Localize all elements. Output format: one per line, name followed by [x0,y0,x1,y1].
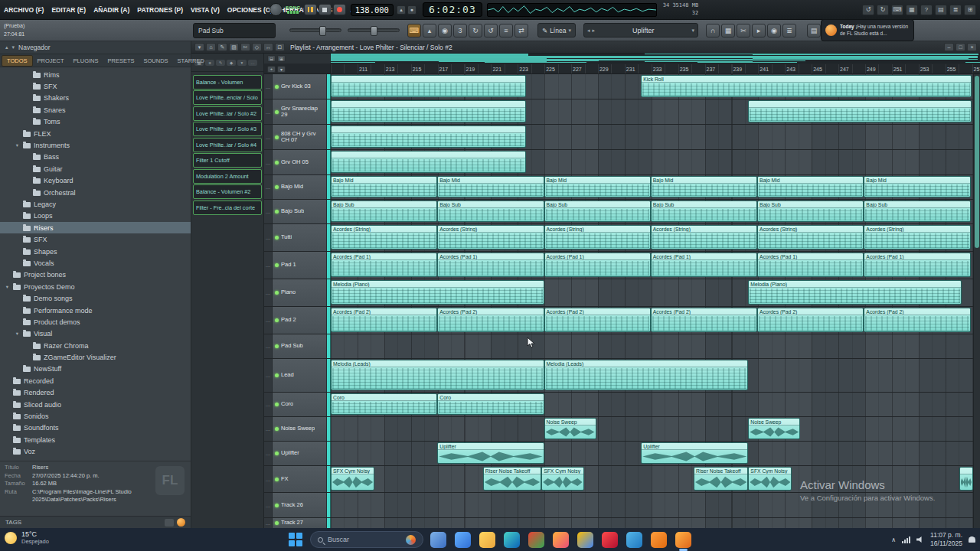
playback-marker-icon[interactable]: ▸ [752,24,766,37]
clip-bajo-mid[interactable]: Bajo Mid [757,176,864,197]
track-led[interactable] [275,344,279,348]
track-lane[interactable]: Acordes (Pad 1)Acordes (Pad 1)Acordes (P… [331,252,973,279]
widgets-icon[interactable] [455,532,471,548]
tree-item-snares[interactable]: Snares [0,104,191,116]
clip-acordes-pad-1[interactable]: Acordes (Pad 1) [651,253,757,277]
track-options-icon[interactable]: … [264,74,273,99]
clip-pattern[interactable] [331,151,526,173]
track-header[interactable]: Track 26 [273,493,327,517]
track-lane[interactable] [331,125,973,149]
clip-acordes-pad-1[interactable]: Acordes (Pad 1) [757,253,864,277]
song-mode-switch[interactable]: SONG [286,5,301,14]
tree-item-toms[interactable]: Toms [0,116,191,128]
track-led[interactable] [275,291,279,295]
clip-acordes-pad-2[interactable]: Acordes (Pad 2) [757,308,864,332]
track-options-icon[interactable]: … [264,334,273,358]
precount-icon[interactable]: ● [407,5,416,15]
picker-item-filter-1-cutoff[interactable]: Filter 1 Cutoff [193,153,262,168]
track-options-icon[interactable]: … [264,417,273,441]
picker-item-balance-volumen[interactable]: Balance - Volumen [193,75,262,90]
tree-item-rims[interactable]: Rims [0,69,191,80]
tempo-display[interactable]: 138.000 [351,4,394,16]
channel-rack-icon[interactable]: ▤ [935,5,947,15]
track-options-icon[interactable]: … [264,200,273,223]
metronome-icon[interactable]: ▴ [397,5,406,15]
clip-bajo-mid[interactable]: Bajo Mid [864,176,970,197]
clip-uplifter[interactable]: Uplifter [641,442,748,464]
tags-panel-icon[interactable] [165,519,174,527]
minimize-icon[interactable]: – [944,43,954,51]
clip-sfx-cym-noisy[interactable]: SFX Cym Noisy [331,467,374,491]
tree-item-visual[interactable]: ▾Visual [0,328,191,340]
track-header[interactable]: Piano [273,279,327,306]
clip-sfx-cym-noisy[interactable]: SFX Cym Noisy [541,467,583,491]
track-led[interactable] [275,236,279,240]
track-led[interactable] [275,85,279,89]
clip-acordes-pad-2[interactable]: Acordes (Pad 2) [651,308,757,332]
add-marker-icon[interactable]: + [267,66,276,73]
clip-uplifter[interactable]: Uplifter [437,442,544,464]
track-header[interactable]: Coro [273,393,327,416]
clip-kick-roll[interactable]: Kick Roll [641,75,972,97]
track-led[interactable] [275,110,279,114]
mute-tool-icon[interactable]: ◇ [252,43,262,51]
tree-item-bass[interactable]: Bass [0,152,191,163]
tree-item-recorded[interactable]: Recorded [0,375,191,386]
tree-item-flex[interactable]: FLEX [0,128,191,139]
clip-coro[interactable]: Coro [437,393,544,415]
tree-item-sonidos[interactable]: Sonidos [0,410,191,422]
loop-record-icon[interactable]: ↺ [484,24,498,37]
track-header[interactable]: Pad Sub [273,334,327,358]
draw-tool-icon[interactable]: ✎ [217,43,227,51]
picker-item-love-philte-iar-solo-2[interactable]: Love Philte..iar / Solo #2 [193,106,262,121]
browser-tab-starred[interactable]: STARRED [173,56,209,66]
marker-menu-icon[interactable]: ▾ [277,66,286,73]
prev-arrow-icon[interactable]: ◂ [587,28,590,34]
search-input[interactable] [328,536,397,543]
chrome-2-icon[interactable] [577,532,593,548]
track-header[interactable]: Grv OH 05 [273,150,327,174]
clip-acordes-pad-2[interactable]: Acordes (Pad 2) [544,308,651,332]
track-options-icon[interactable]: … [264,493,273,517]
track-options-icon[interactable]: … [264,125,273,149]
tree-item-vocals[interactable]: Vocals [0,257,191,269]
pause-button[interactable] [304,4,317,15]
clip-acordes-string[interactable]: Acordes (String) [864,225,970,249]
track-options-icon[interactable]: … [264,359,273,392]
task-view-icon[interactable] [430,532,446,548]
menu-item-a-adir-a[interactable]: AÑADIR (A) [90,6,133,14]
notifications-icon[interactable] [969,536,975,543]
menu-item-archivo-f[interactable]: ARCHIVO (F) [0,6,47,14]
volume-knob[interactable] [319,26,326,36]
picker-item-love-philte-iar-solo-4[interactable]: Love Philte..iar / Solo #4 [193,138,262,152]
track-lane[interactable]: Bajo MidBajo MidBajo MidBajo MidBajo Mid… [331,175,973,199]
clip-acordes-pad-2[interactable]: Acordes (Pad 2) [437,308,544,332]
close-icon[interactable]: × [967,43,977,51]
zoom-tool-icon[interactable]: ◉ [767,24,781,37]
track-header[interactable]: Grv Kick 03 [273,74,327,99]
track-lane[interactable]: Acordes (Pad 2)Acordes (Pad 2)Acordes (P… [331,307,973,334]
plugin-picker-icon[interactable]: ⊞ [964,5,976,15]
track-lane[interactable]: Acordes (String)Acordes (String)Acordes … [331,224,973,251]
clip-riser-noise-takeoff[interactable]: Riser Noise Takeoff [694,467,748,491]
playlist-menu-icon[interactable]: ▾ [194,43,204,51]
tree-item-loops[interactable]: Loops [0,210,191,222]
track-lane[interactable]: Noise SweepNoise Sweep [331,417,973,441]
track-lane[interactable] [331,334,973,358]
scrollbar-thumb[interactable] [975,76,979,248]
track-header[interactable]: Bajo Mid [273,175,327,199]
track-options-icon[interactable]: … [264,279,273,306]
update-notification[interactable]: Today ¡Hay una nueva versión de FL Studi… [821,19,914,41]
tree-item-guitar[interactable]: Guitar [0,163,191,174]
tree-item-templates[interactable]: Templates [0,434,191,445]
fl-logo-icon[interactable] [270,3,283,16]
select-tool-icon[interactable]: ⊡ [275,43,285,51]
clip-melodia-leads[interactable]: Melodia (Leads) [331,360,544,390]
quantize-icon[interactable]: ≣ [782,24,796,37]
track-header[interactable]: Pad 1 [273,252,327,279]
tree-item-shakers[interactable]: Shakers [0,93,191,104]
clip-acordes-string[interactable]: Acordes (String) [437,225,544,249]
clip-bajo-sub[interactable]: Bajo Sub [757,201,864,222]
tree-item-sliced-audio[interactable]: Sliced audio [0,399,191,410]
stop-button[interactable] [318,4,332,15]
